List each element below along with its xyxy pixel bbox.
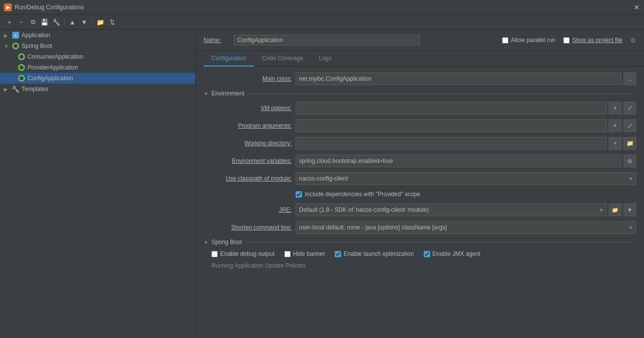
close-button[interactable]: ✕ bbox=[633, 4, 640, 11]
store-as-project-checkbox[interactable] bbox=[563, 37, 570, 44]
jre-row: JRE: Default (1.8 - SDK of 'nacos-config… bbox=[204, 203, 636, 216]
name-input[interactable] bbox=[234, 35, 420, 45]
jre-select-wrapper: Default (1.8 - SDK of 'nacos-config-clie… bbox=[296, 203, 607, 216]
store-as-project-label: Store as project file bbox=[572, 37, 622, 44]
main-layout: ▶ A Application ▼ Spring Boot ConsumerAp… bbox=[0, 30, 644, 338]
vm-options-label: VM options: bbox=[204, 105, 292, 112]
jre-field: Default (1.8 - SDK of 'nacos-config-clie… bbox=[296, 203, 636, 216]
environment-label: Environment bbox=[211, 90, 244, 97]
main-class-label: Main class: bbox=[204, 75, 292, 82]
tree-item-consumer[interactable]: ConsumerApplication bbox=[0, 51, 195, 62]
templates-icon: 🔧 bbox=[12, 85, 20, 93]
classpath-select[interactable]: nacos-config-client bbox=[296, 172, 636, 185]
env-vars-field: ⧉ bbox=[296, 155, 636, 167]
save-button[interactable]: 💾 bbox=[39, 17, 50, 27]
vm-options-input[interactable] bbox=[296, 102, 607, 114]
jre-select[interactable]: Default (1.8 - SDK of 'nacos-config-clie… bbox=[296, 203, 607, 216]
app-box-icon: A bbox=[12, 32, 19, 39]
shorten-cmd-select[interactable]: user-local default: none - java [options… bbox=[296, 221, 636, 234]
shorten-cmd-row: Shorten command line: user-local default… bbox=[204, 221, 636, 234]
gear-icon[interactable]: ⚙ bbox=[630, 37, 636, 44]
working-dir-input[interactable] bbox=[296, 137, 607, 150]
hide-banner-item[interactable]: Hide banner bbox=[284, 250, 325, 257]
environment-section-header: ▼ Environment bbox=[204, 90, 636, 97]
tab-logs[interactable]: Logs bbox=[311, 51, 339, 67]
remove-button[interactable]: − bbox=[16, 17, 26, 27]
environment-arrow[interactable]: ▼ bbox=[204, 91, 208, 96]
environment-section-line bbox=[247, 93, 636, 94]
toolbar-separator-2 bbox=[92, 18, 92, 26]
store-as-project-item[interactable]: Store as project file bbox=[563, 37, 622, 44]
consumer-leaf-icon bbox=[18, 53, 25, 60]
classpath-row: Use classpath of module: nacos-config-cl… bbox=[204, 172, 636, 185]
tree-item-config[interactable]: ConfigApplication bbox=[0, 73, 195, 84]
tree-arrow-application: ▶ bbox=[4, 33, 10, 38]
enable-debug-label: Enable debug output bbox=[220, 250, 275, 257]
program-args-fullscreen-button[interactable]: ⤢ bbox=[623, 119, 636, 132]
include-dep-row: Include dependencies with "Provided" sco… bbox=[204, 190, 636, 199]
enable-launch-opt-item[interactable]: Enable launch optimization bbox=[335, 250, 414, 257]
tab-code-coverage[interactable]: Code Coverage bbox=[254, 51, 311, 67]
main-class-browse-button[interactable]: ... bbox=[623, 72, 636, 85]
shorten-cmd-label: Shorten command line: bbox=[204, 224, 292, 231]
allow-parallel-run-item[interactable]: Allow parallel run bbox=[502, 37, 555, 44]
working-dir-browse-button[interactable]: 📁 bbox=[623, 137, 636, 150]
program-args-label: Program arguments: bbox=[204, 122, 292, 129]
spring-boot-section-arrow[interactable]: ▼ bbox=[204, 240, 208, 245]
env-vars-copy-button[interactable]: ⧉ bbox=[623, 155, 636, 167]
red-arrow-annotation bbox=[641, 154, 644, 168]
jre-dropdown-button[interactable]: ▼ bbox=[623, 203, 636, 216]
working-dir-add-button[interactable]: + bbox=[609, 137, 621, 150]
vm-options-row: VM options: + ⤢ bbox=[204, 102, 636, 114]
include-dep-field: Include dependencies with "Provided" sco… bbox=[296, 190, 636, 199]
title-bar: ▶ Run/Debug Configurations ✕ bbox=[0, 0, 644, 15]
tabs-bar: Configuration Code Coverage Logs bbox=[196, 51, 644, 67]
working-dir-label: Working directory: bbox=[204, 140, 292, 147]
tree-item-provider[interactable]: ProviderApplication bbox=[0, 62, 195, 73]
folder-button[interactable]: 📁 bbox=[95, 17, 106, 27]
move-down-button[interactable]: ▼ bbox=[79, 17, 90, 27]
move-up-button[interactable]: ▲ bbox=[67, 17, 78, 27]
running-policy-label: Running Application Update Policies bbox=[204, 262, 636, 269]
tree-item-templates[interactable]: ▶ 🔧 Templates bbox=[0, 84, 195, 94]
vm-options-expand-button[interactable]: + bbox=[609, 102, 621, 114]
include-dep-checkbox[interactable] bbox=[296, 191, 302, 198]
classpath-field: nacos-config-client ▼ bbox=[296, 172, 636, 185]
consumer-spring-icon bbox=[18, 53, 25, 61]
spring-boot-label: Spring Boot bbox=[22, 43, 52, 49]
vm-options-fullscreen-button[interactable]: ⤢ bbox=[623, 102, 636, 114]
hide-banner-checkbox[interactable] bbox=[284, 251, 291, 257]
tree-item-spring-boot[interactable]: ▼ Spring Boot bbox=[0, 41, 195, 51]
enable-jmx-item[interactable]: Enable JMX agent bbox=[424, 250, 481, 257]
enable-debug-item[interactable]: Enable debug output bbox=[211, 250, 275, 257]
program-args-input[interactable] bbox=[296, 119, 607, 132]
enable-launch-opt-checkbox[interactable] bbox=[335, 251, 341, 257]
spring-boot-section: ▼ Spring Boot Enable debug output Hide b… bbox=[204, 239, 636, 269]
env-vars-label: Environment variables: bbox=[204, 158, 292, 164]
allow-parallel-run-checkbox[interactable] bbox=[502, 37, 508, 44]
program-args-expand-button[interactable]: + bbox=[609, 119, 621, 132]
working-dir-row: Working directory: + 📁 bbox=[204, 137, 636, 150]
jre-folder-button[interactable]: 📁 bbox=[609, 203, 621, 216]
config-label: ConfigApplication bbox=[27, 75, 73, 82]
include-dep-item[interactable]: Include dependencies with "Provided" sco… bbox=[296, 191, 420, 198]
tab-configuration[interactable]: Configuration bbox=[204, 51, 254, 67]
edit-button[interactable]: 🔧 bbox=[51, 17, 62, 27]
provider-spring-icon bbox=[18, 64, 25, 71]
main-class-row: Main class: ... bbox=[204, 72, 636, 85]
env-vars-input[interactable] bbox=[296, 155, 621, 167]
enable-debug-checkbox[interactable] bbox=[211, 251, 218, 257]
spring-boot-icon bbox=[12, 42, 20, 50]
allow-parallel-run-label: Allow parallel run bbox=[511, 37, 555, 44]
copy-button[interactable]: ⧉ bbox=[27, 17, 38, 27]
main-class-input[interactable] bbox=[296, 72, 621, 85]
consumer-label: ConsumerApplication bbox=[27, 53, 83, 60]
toolbar-separator bbox=[64, 18, 65, 26]
enable-jmx-checkbox[interactable] bbox=[424, 251, 430, 257]
shorten-cmd-select-wrapper: user-local default: none - java [options… bbox=[296, 221, 636, 234]
add-button[interactable]: + bbox=[4, 17, 15, 27]
wrench-icon: 🔧 bbox=[12, 86, 20, 93]
sort-button[interactable]: ⇅ bbox=[107, 17, 117, 27]
tree-item-application[interactable]: ▶ A Application bbox=[0, 30, 195, 41]
left-panel: ▶ A Application ▼ Spring Boot ConsumerAp… bbox=[0, 30, 196, 338]
